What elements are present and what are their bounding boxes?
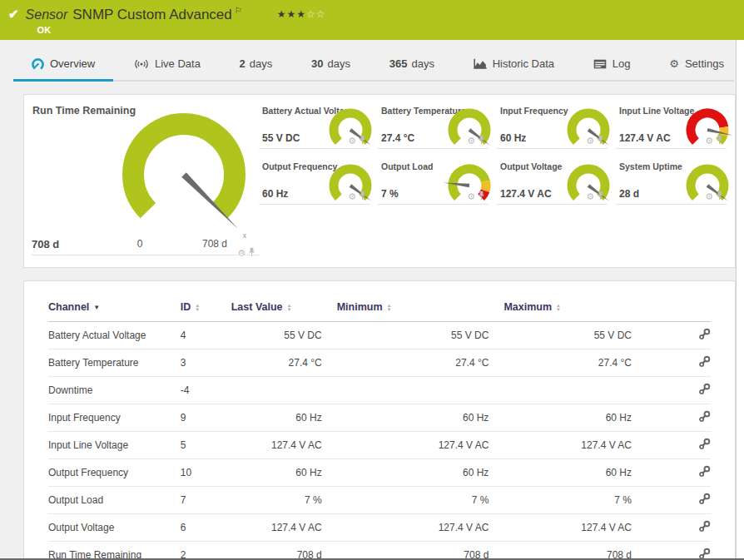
pin-icon[interactable] [597, 189, 604, 204]
column-label: Last Value [231, 301, 283, 313]
main-gauge-run-time-remaining[interactable]: Run Time Remaining x 0 708 d 708 d ⚙ [24, 95, 259, 267]
column-header-channel[interactable]: Channel▼ [48, 295, 181, 322]
cell-divider [616, 148, 727, 149]
channel-name[interactable]: Output Frequency [48, 459, 181, 487]
gauge-cell-actions: ⚙ [467, 189, 485, 204]
tab-365-days[interactable]: 365 days [383, 40, 441, 87]
gauge-cell-output-frequency[interactable]: Output Frequency 60 Hz ⚙ [259, 156, 378, 212]
column-label: ID [181, 301, 191, 313]
channel-name[interactable]: Battery Temperature [48, 349, 181, 377]
flag-icon[interactable]: ⚐ [235, 6, 242, 15]
gauge-cell-actions: ⚙ [705, 133, 723, 148]
tab-number: 30 [311, 57, 323, 70]
channel-minimum: 60 Hz [337, 459, 504, 487]
gear-icon[interactable]: ⚙ [467, 192, 475, 201]
tab-overview[interactable]: Overview [25, 40, 102, 87]
gear-icon[interactable]: ⚙ [705, 192, 713, 201]
channel-settings-wrench-icon[interactable] [698, 410, 711, 423]
content-area: Run Time Remaining x 0 708 d 708 d ⚙ Bat… [0, 87, 744, 560]
tab-2-days[interactable]: 2 days [233, 40, 280, 87]
channel-actions-cell [647, 432, 711, 459]
pin-icon[interactable] [248, 245, 255, 260]
right-scroll-gutter[interactable] [736, 40, 744, 560]
channel-maximum: 60 Hz [503, 404, 647, 432]
gear-icon[interactable]: ⚙ [348, 136, 356, 146]
gauge-cell-output-voltage[interactable]: Output Voltage 127.4 V AC ⚙ [497, 156, 616, 212]
pin-icon[interactable] [359, 189, 366, 204]
channel-name[interactable]: Input Line Voltage [48, 432, 181, 459]
column-header-maximum[interactable]: Maximum▲▼ [503, 295, 647, 322]
pin-icon[interactable] [359, 133, 366, 148]
pin-icon[interactable] [597, 133, 604, 148]
channel-settings-wrench-icon[interactable] [698, 465, 711, 478]
tab-settings[interactable]: ⚙ Settings [662, 40, 731, 87]
tab-log[interactable]: Log [587, 40, 637, 87]
channel-name[interactable]: Run Time Remaining [48, 542, 181, 560]
gear-icon[interactable]: ⚙ [705, 136, 713, 146]
channel-actions-cell [647, 349, 711, 377]
gauge-cell-output-load[interactable]: Output Load 7 % ⚙ [378, 156, 497, 212]
channel-name[interactable]: Output Voltage [48, 514, 181, 542]
channel-settings-wrench-icon[interactable] [698, 438, 711, 450]
channel-maximum: 7 % [503, 487, 647, 514]
gear-icon[interactable]: ⚙ [237, 249, 246, 258]
channel-row-input-frequency: Input Frequency960 Hz60 Hz60 Hz [48, 404, 711, 432]
pin-icon[interactable] [716, 189, 723, 204]
gear-icon[interactable]: ⚙ [467, 136, 475, 146]
channel-actions-cell [647, 514, 711, 542]
gear-icon[interactable]: ⚙ [348, 192, 356, 201]
tab-label: Live Data [155, 57, 201, 70]
gauge-icon [32, 58, 44, 70]
gauge-cell-input-frequency[interactable]: Input Frequency 60 Hz ⚙ [497, 101, 616, 156]
column-header-minimum[interactable]: Minimum▲▼ [337, 295, 504, 322]
star-filled-icon[interactable]: ★ [277, 8, 287, 20]
gauge-cell-actions: ⚙ [348, 133, 366, 148]
gear-icon[interactable]: ⚙ [586, 136, 594, 146]
channel-settings-wrench-icon[interactable] [698, 383, 711, 395]
channel-last-value: 55 V DC [231, 322, 337, 349]
gauge-value: 27.4 °C [381, 132, 414, 144]
status-ok-check-icon: ✔ [8, 7, 19, 22]
channel-name[interactable]: Input Frequency [48, 404, 181, 432]
channel-name[interactable]: Downtime [48, 377, 181, 404]
gauge-cell-actions: ⚙ [586, 189, 604, 204]
tab-30-days[interactable]: 30 days [305, 40, 357, 87]
tab-label: days [411, 57, 434, 70]
column-header-id[interactable]: ID▲▼ [181, 295, 231, 322]
tab-historic-data[interactable]: Historic Data [467, 40, 561, 87]
channel-settings-wrench-icon[interactable] [698, 493, 711, 505]
channel-settings-wrench-icon[interactable] [698, 355, 711, 368]
gauge-cell-input-line-voltage[interactable]: Input Line Voltage 127.4 V AC ⚙ [616, 101, 735, 156]
gauge-cell-battery-actual-voltage[interactable]: Battery Actual Voltage 55 V DC ⚙ [259, 101, 378, 156]
pin-icon[interactable] [716, 133, 723, 148]
channel-minimum: 708 d [337, 542, 504, 560]
svg-text:x: x [243, 231, 247, 240]
star-empty-icon[interactable]: ☆ [316, 8, 326, 20]
channel-name[interactable]: Output Load [48, 487, 181, 514]
sensor-name: SNMP Custom Advanced [72, 7, 232, 23]
channel-id: -4 [181, 377, 231, 404]
channel-settings-wrench-icon[interactable] [698, 520, 711, 533]
star-filled-icon[interactable]: ★ [287, 8, 297, 20]
pin-icon[interactable] [478, 189, 485, 204]
live-data-icon [134, 58, 149, 70]
column-header-last-value[interactable]: Last Value▲▼ [231, 295, 337, 322]
pin-icon[interactable] [478, 133, 485, 148]
star-empty-icon[interactable]: ☆ [306, 8, 316, 20]
gauge-cell-system-uptime[interactable]: System Uptime 28 d ⚙ [616, 156, 735, 212]
sensor-header: ✔ Sensor SNMP Custom Advanced ⚐ ★★★☆☆ OK [0, 0, 744, 40]
channel-name[interactable]: Battery Actual Voltage [48, 322, 181, 349]
sensor-status-badge: OK [37, 25, 326, 35]
star-filled-icon[interactable]: ★ [296, 8, 306, 20]
gauge-cell-battery-temperature[interactable]: Battery Temperature 27.4 °C ⚙ [378, 101, 497, 156]
column-label: Channel [48, 301, 89, 313]
channel-maximum: 708 d [503, 542, 647, 560]
gear-icon[interactable]: ⚙ [586, 192, 594, 201]
channel-settings-wrench-icon[interactable] [698, 328, 711, 340]
channel-maximum: 127.4 V AC [503, 514, 647, 542]
cell-divider [378, 148, 489, 149]
gauge-value: 55 V DC [262, 132, 300, 144]
priority-stars[interactable]: ★★★☆☆ [277, 8, 326, 20]
gauge-cell-actions: ⚙ [348, 189, 366, 204]
tab-live-data[interactable]: Live Data [127, 40, 207, 87]
